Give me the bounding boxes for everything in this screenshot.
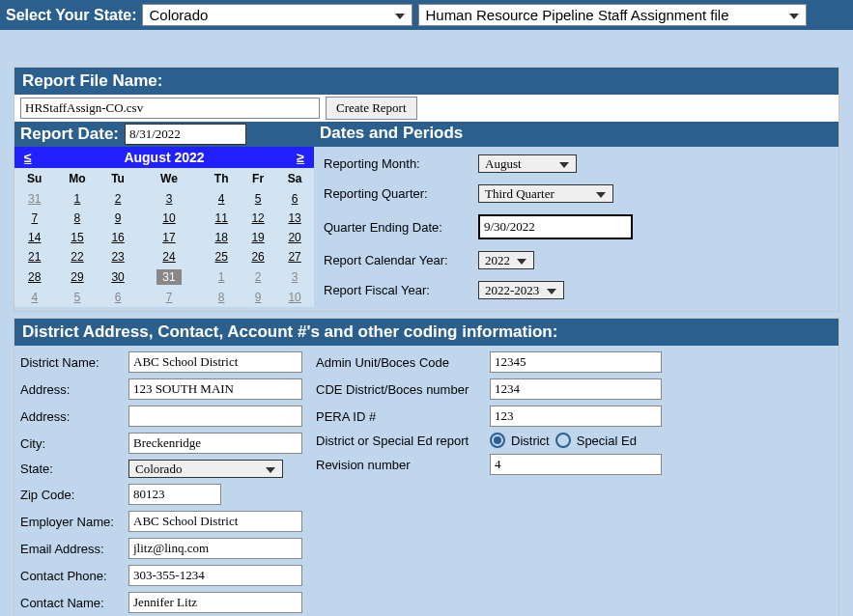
report-type-label: District or Special Ed report (316, 434, 484, 448)
cal-day-header: Tu (100, 168, 135, 189)
reporting-quarter-select[interactable]: Third Quarter (478, 184, 613, 203)
cal-day-header: Th (202, 168, 241, 189)
cal-day[interactable]: 1 (55, 189, 100, 209)
calendar: ≤ August 2022 ≥ SuMoTuWeThFrSa 311234567… (14, 147, 314, 307)
cal-day[interactable]: 30 (100, 266, 135, 288)
cal-day[interactable]: 1 (202, 266, 241, 288)
cal-day[interactable]: 31 (14, 189, 55, 209)
city-label: City: (20, 436, 123, 451)
admin-unit-input[interactable] (490, 351, 662, 373)
district-state-select[interactable]: Colorado (128, 460, 283, 478)
filename-input[interactable] (20, 98, 320, 119)
email-label: Email Address: (20, 542, 123, 556)
phone-label: Contact Phone: (20, 569, 123, 583)
report-date-input[interactable] (125, 124, 246, 145)
admin-unit-label: Admin Unit/Boces Code (316, 355, 484, 370)
cde-input[interactable] (490, 378, 662, 400)
cal-day[interactable]: 8 (55, 209, 100, 228)
quarter-ending-label: Quarter Ending Date: (324, 220, 470, 235)
contact-label: Contact Name: (20, 596, 123, 610)
cal-day[interactable]: 23 (100, 247, 135, 266)
cal-day[interactable]: 29 (55, 266, 100, 288)
top-bar: Select Your State: Colorado Human Resour… (0, 0, 853, 30)
cal-prev[interactable]: ≤ (24, 150, 32, 165)
cal-day[interactable]: 19 (241, 228, 275, 247)
radio-district[interactable] (490, 433, 505, 448)
cal-day[interactable]: 18 (202, 228, 241, 247)
cal-day[interactable]: 2 (241, 266, 275, 288)
cal-day[interactable]: 6 (275, 189, 314, 209)
cal-day[interactable]: 24 (136, 247, 203, 266)
quarter-ending-input[interactable] (478, 214, 633, 239)
cal-day[interactable]: 25 (202, 247, 241, 266)
cal-day[interactable]: 12 (241, 209, 275, 228)
cal-day[interactable]: 20 (275, 228, 314, 247)
cal-day[interactable]: 28 (14, 266, 55, 288)
cal-day-header: We (136, 168, 203, 189)
cal-day[interactable]: 8 (202, 288, 241, 307)
address2-input[interactable] (128, 406, 302, 427)
radio-special[interactable] (555, 433, 571, 448)
cal-day[interactable]: 14 (14, 228, 55, 247)
cal-day[interactable]: 16 (100, 228, 135, 247)
cal-month-label: August 2022 (124, 150, 204, 165)
cal-day[interactable]: 27 (275, 247, 314, 266)
cal-day[interactable]: 10 (275, 288, 314, 307)
reporting-month-select[interactable]: August (478, 154, 577, 173)
radio-special-label: Special Ed (577, 434, 637, 448)
state-label: State: (20, 462, 123, 476)
state-select[interactable]: Colorado (142, 4, 412, 26)
cal-day[interactable]: 17 (136, 228, 203, 247)
cal-day[interactable]: 13 (275, 209, 314, 228)
cal-day[interactable]: 21 (14, 247, 55, 266)
fiscal-year-select[interactable]: 2022-2023 (478, 281, 564, 299)
report-date-label: Report Date: (20, 125, 119, 144)
cal-day[interactable]: 10 (136, 209, 203, 228)
create-report-button[interactable]: Create Report (326, 97, 417, 120)
cal-day[interactable]: 6 (100, 288, 135, 307)
city-input[interactable] (128, 433, 302, 454)
cal-next[interactable]: ≥ (297, 150, 304, 165)
top-panel: Report File Name: Create Report Report D… (14, 67, 839, 312)
cal-day[interactable]: 9 (241, 288, 275, 307)
calendar-year-label: Report Calendar Year: (324, 253, 470, 267)
calendar-year-select[interactable]: 2022 (478, 251, 534, 269)
cal-day[interactable]: 7 (14, 209, 55, 228)
email-input[interactable] (128, 538, 302, 559)
cal-day[interactable]: 7 (136, 288, 203, 307)
cal-day[interactable]: 26 (241, 247, 275, 266)
cal-day-header: Sa (275, 168, 314, 189)
employer-input[interactable] (128, 511, 302, 532)
cal-day[interactable]: 4 (202, 189, 241, 209)
district-name-input[interactable] (128, 351, 302, 373)
pera-input[interactable] (490, 406, 662, 427)
radio-district-label: District (511, 434, 550, 448)
zip-input[interactable] (128, 484, 221, 505)
employer-label: Employer Name: (20, 515, 123, 529)
pera-label: PERA ID # (316, 409, 484, 424)
address1-label: Address: (20, 382, 123, 397)
cal-day[interactable]: 4 (14, 288, 55, 307)
cal-day[interactable]: 22 (55, 247, 100, 266)
cal-day[interactable]: 15 (55, 228, 100, 247)
cal-day[interactable]: 5 (241, 189, 275, 209)
reporting-month-label: Reporting Month: (324, 156, 470, 171)
cal-day[interactable]: 3 (275, 266, 314, 288)
fiscal-year-label: Report Fiscal Year: (324, 283, 470, 297)
revision-input[interactable] (490, 454, 662, 475)
dates-periods-header: Dates and Periods (314, 122, 839, 147)
cal-day[interactable]: 3 (136, 189, 203, 209)
file-select[interactable]: Human Resource Pipeline Staff Assignment… (418, 4, 807, 26)
select-state-label: Select Your State: (6, 7, 136, 24)
contact-input[interactable] (128, 592, 302, 613)
cal-day[interactable]: 31 (136, 266, 203, 288)
cal-day-header: Fr (241, 168, 275, 189)
cal-day[interactable]: 9 (100, 209, 135, 228)
report-date-header: Report Date: (14, 122, 314, 147)
cal-day[interactable]: 5 (55, 288, 100, 307)
phone-input[interactable] (128, 565, 302, 586)
district-panel: District Address, Contact, Account #'s a… (14, 318, 839, 616)
cal-day[interactable]: 2 (100, 189, 135, 209)
address1-input[interactable] (128, 378, 302, 400)
cal-day[interactable]: 11 (202, 209, 241, 228)
